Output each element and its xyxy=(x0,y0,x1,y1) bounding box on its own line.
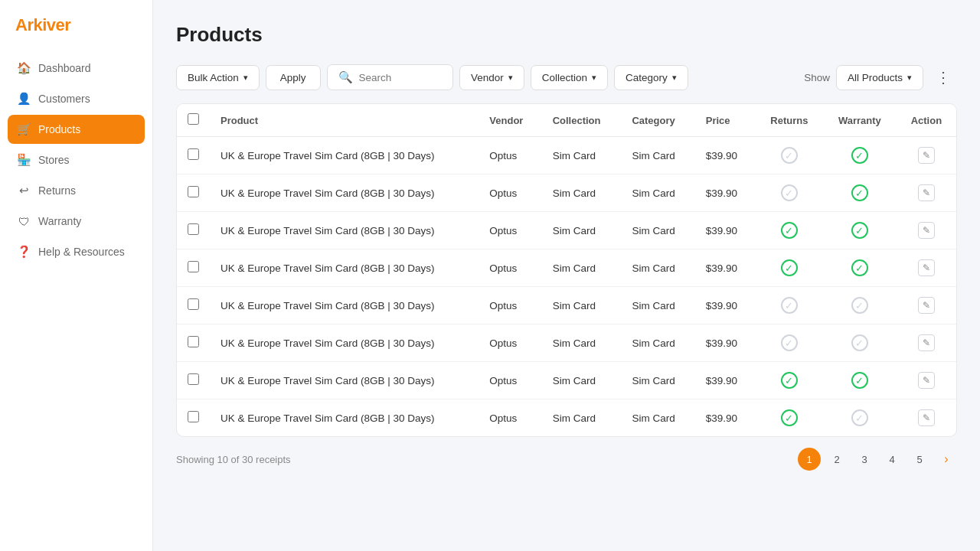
returns-active-icon: ✓ xyxy=(781,259,798,276)
main-content: Products Bulk Action ▾ Apply 🔍 Vendor ▾ … xyxy=(153,0,980,551)
row-checkbox-cell xyxy=(177,399,210,437)
sidebar-item-customers[interactable]: 👤 Customers xyxy=(8,84,145,113)
vendor-chevron-icon: ▾ xyxy=(508,73,513,83)
row-product: UK & Europe Travel Sim Card (8GB | 30 Da… xyxy=(210,174,479,212)
row-price: $39.90 xyxy=(695,212,756,249)
row-price: $39.90 xyxy=(695,287,756,324)
sidebar-item-returns[interactable]: ↩ Returns xyxy=(8,176,145,205)
row-collection: Sim Card xyxy=(542,174,622,212)
vendor-filter-button[interactable]: Vendor ▾ xyxy=(459,65,524,90)
all-products-button[interactable]: All Products ▾ xyxy=(836,65,923,90)
row-collection: Sim Card xyxy=(542,287,622,324)
row-collection: Sim Card xyxy=(542,212,622,249)
row-checkbox-3[interactable] xyxy=(188,261,199,272)
row-checkbox-6[interactable] xyxy=(188,373,199,385)
sidebar-item-label-stores: Stores xyxy=(38,154,69,166)
row-checkbox-2[interactable] xyxy=(188,223,199,235)
row-checkbox-4[interactable] xyxy=(188,298,199,310)
stores-icon: 🏪 xyxy=(17,153,31,167)
row-checkbox-7[interactable] xyxy=(188,411,199,422)
toolbar: Bulk Action ▾ Apply 🔍 Vendor ▾ Collectio… xyxy=(176,64,957,91)
sidebar-item-warranty[interactable]: 🛡 Warranty xyxy=(8,207,145,236)
collection-filter-button[interactable]: Collection ▾ xyxy=(531,65,608,90)
row-price: $39.90 xyxy=(695,174,756,212)
row-checkbox-1[interactable] xyxy=(188,186,199,197)
returns-icon: ↩ xyxy=(17,184,31,197)
row-returns: ✓ xyxy=(756,249,823,287)
row-category: Sim Card xyxy=(621,174,694,212)
edit-icon-6[interactable]: ✎ xyxy=(918,372,935,389)
sidebar: Arkiver 🏠 Dashboard 👤 Customers 🛒 Produc… xyxy=(0,0,153,551)
row-checkbox-cell xyxy=(177,324,210,362)
row-warranty: ✓ xyxy=(823,324,897,362)
bulk-action-label: Bulk Action xyxy=(188,72,239,83)
row-warranty: ✓ xyxy=(823,362,897,399)
apply-button[interactable]: Apply xyxy=(266,65,321,90)
table-row: UK & Europe Travel Sim Card (8GB | 30 Da… xyxy=(177,362,956,399)
edit-icon-7[interactable]: ✎ xyxy=(918,409,935,426)
col-warranty: Warranty xyxy=(823,104,897,137)
row-checkbox-cell xyxy=(177,362,210,399)
edit-icon-5[interactable]: ✎ xyxy=(918,334,935,351)
warranty-active-icon: ✓ xyxy=(851,222,868,239)
row-category: Sim Card xyxy=(621,249,694,287)
page-btn-5[interactable]: 5 xyxy=(908,448,931,471)
row-checkbox-cell xyxy=(177,212,210,249)
row-collection: Sim Card xyxy=(542,137,622,174)
select-all-checkbox[interactable] xyxy=(188,113,199,125)
page-btn-4[interactable]: 4 xyxy=(880,448,903,471)
row-checkbox-5[interactable] xyxy=(188,336,199,347)
edit-icon-0[interactable]: ✎ xyxy=(918,147,935,164)
row-product: UK & Europe Travel Sim Card (8GB | 30 Da… xyxy=(210,362,479,399)
show-label: Show xyxy=(804,72,830,83)
pagination-text: Showing 10 of 30 receipts xyxy=(176,454,291,465)
row-category: Sim Card xyxy=(621,287,694,324)
sidebar-item-help[interactable]: ❓ Help & Resources xyxy=(8,237,145,266)
edit-icon-1[interactable]: ✎ xyxy=(918,184,935,201)
bulk-action-chevron-icon: ▾ xyxy=(243,73,248,83)
table-row: UK & Europe Travel Sim Card (8GB | 30 Da… xyxy=(177,212,956,249)
row-returns: ✓ xyxy=(756,324,823,362)
returns-active-icon: ✓ xyxy=(781,222,798,239)
row-checkbox-cell xyxy=(177,287,210,324)
row-vendor: Optus xyxy=(479,287,541,324)
col-product: Product xyxy=(210,104,479,137)
row-collection: Sim Card xyxy=(542,399,622,437)
sidebar-item-products[interactable]: 🛒 Products xyxy=(8,115,145,144)
row-checkbox-0[interactable] xyxy=(188,148,199,160)
row-category: Sim Card xyxy=(621,399,694,437)
help-icon: ❓ xyxy=(17,245,31,259)
row-price: $39.90 xyxy=(695,324,756,362)
more-options-button[interactable]: ⋮ xyxy=(929,64,957,91)
category-filter-button[interactable]: Category ▾ xyxy=(614,65,688,90)
row-action: ✎ xyxy=(897,287,956,324)
page-btn-2[interactable]: 2 xyxy=(825,448,848,471)
row-warranty: ✓ xyxy=(823,174,897,212)
customers-icon: 👤 xyxy=(17,92,31,106)
edit-icon-3[interactable]: ✎ xyxy=(918,259,935,276)
row-product: UK & Europe Travel Sim Card (8GB | 30 Da… xyxy=(210,287,479,324)
edit-icon-4[interactable]: ✎ xyxy=(918,297,935,314)
row-category: Sim Card xyxy=(621,137,694,174)
sidebar-item-stores[interactable]: 🏪 Stores xyxy=(8,145,145,174)
page-btn-3[interactable]: 3 xyxy=(853,448,876,471)
table-row: UK & Europe Travel Sim Card (8GB | 30 Da… xyxy=(177,399,956,437)
sidebar-item-label-warranty: Warranty xyxy=(38,215,81,227)
warranty-inactive-icon: ✓ xyxy=(851,334,868,351)
pagination-next-button[interactable]: › xyxy=(936,448,957,470)
row-category: Sim Card xyxy=(621,212,694,249)
row-warranty: ✓ xyxy=(823,137,897,174)
row-returns: ✓ xyxy=(756,137,823,174)
all-products-chevron-icon: ▾ xyxy=(907,73,912,83)
search-icon: 🔍 xyxy=(338,70,353,84)
row-checkbox-cell xyxy=(177,137,210,174)
edit-icon-2[interactable]: ✎ xyxy=(918,222,935,239)
col-action: Action xyxy=(897,104,956,137)
table-body: UK & Europe Travel Sim Card (8GB | 30 Da… xyxy=(177,137,956,437)
bulk-action-button[interactable]: Bulk Action ▾ xyxy=(176,65,260,90)
warranty-active-icon: ✓ xyxy=(851,184,868,201)
page-btn-1[interactable]: 1 xyxy=(798,448,821,471)
search-input[interactable] xyxy=(359,72,442,83)
sidebar-item-dashboard[interactable]: 🏠 Dashboard xyxy=(8,54,145,83)
returns-inactive-icon: ✓ xyxy=(781,334,798,351)
